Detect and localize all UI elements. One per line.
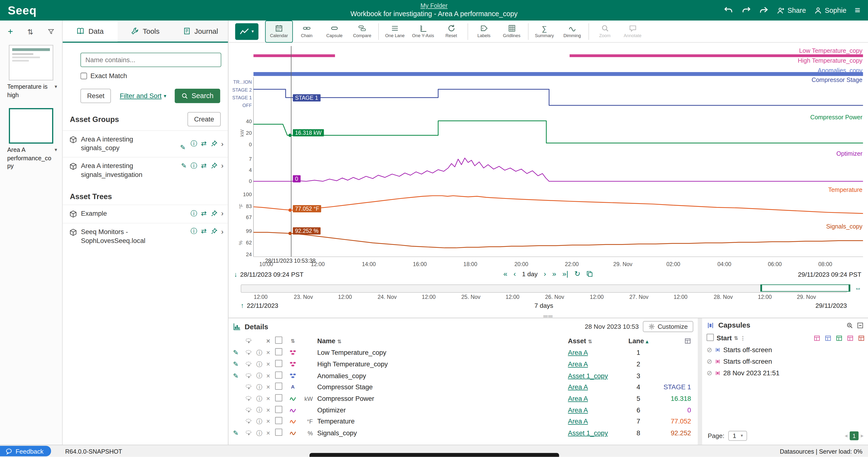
- filter-worksheets-icon[interactable]: [48, 28, 55, 35]
- row-name[interactable]: Signals_copy: [314, 429, 568, 437]
- edit-pencil-icon[interactable]: ✎: [233, 361, 245, 368]
- select-signal-icon[interactable]: [245, 338, 256, 345]
- tab-tools[interactable]: Tools: [118, 21, 173, 41]
- panel-divider[interactable]: [698, 318, 702, 445]
- row-checkbox[interactable]: [275, 429, 286, 437]
- remove-icon[interactable]: ×: [266, 384, 275, 391]
- timeline-start-arrow-icon[interactable]: ↑: [241, 302, 244, 309]
- table-column-icon[interactable]: [825, 335, 832, 341]
- table-column-icon[interactable]: [858, 335, 865, 341]
- search-input[interactable]: [81, 53, 221, 67]
- zoom-capsule-icon[interactable]: [846, 322, 853, 329]
- details-row-high-temperature[interactable]: ✎ ⓘ × High Temperature_copy Area A 2: [228, 359, 698, 370]
- lane-label-temperature[interactable]: Temperature: [828, 186, 863, 193]
- capsule-row-2[interactable]: ⊘ Starts off-screen: [702, 356, 868, 367]
- toolbar-dimming-button[interactable]: Dimming: [558, 20, 586, 42]
- chevron-right-icon[interactable]: ›: [221, 210, 223, 217]
- current-page[interactable]: 1: [850, 431, 859, 440]
- more-options-icon[interactable]: ⋮: [740, 336, 745, 341]
- select-signal-icon[interactable]: [245, 350, 256, 356]
- undo-icon[interactable]: [723, 5, 733, 15]
- range-duration[interactable]: 1 day: [522, 270, 538, 277]
- timeline-track[interactable]: [241, 285, 847, 293]
- forward-icon[interactable]: [759, 5, 769, 15]
- breadcrumb[interactable]: My Folder: [350, 2, 518, 10]
- remove-icon[interactable]: ×: [266, 407, 275, 414]
- chevron-right-icon[interactable]: ›: [221, 140, 223, 147]
- duplicate-range-icon[interactable]: [586, 270, 593, 277]
- next-page-icon[interactable]: ▸: [861, 433, 864, 439]
- timeline-end[interactable]: 29/11/2023: [815, 302, 847, 309]
- add-worksheet-icon[interactable]: +: [8, 27, 13, 36]
- select-signal-icon[interactable]: [245, 361, 256, 368]
- trend-chart[interactable]: Low Temperature_copy High Temperature_co…: [228, 43, 868, 271]
- table-column-icon[interactable]: [847, 335, 854, 341]
- view-selector-button[interactable]: ▾: [235, 23, 258, 39]
- asset-link[interactable]: Area A: [568, 406, 588, 414]
- lane-label-compressor-power[interactable]: Compressor Power: [810, 114, 863, 121]
- edit-pencil-icon[interactable]: ✎: [233, 430, 245, 436]
- pin-icon[interactable]: [211, 140, 217, 147]
- toolbar-labels-button[interactable]: Labels: [470, 20, 498, 42]
- lane-label-signals[interactable]: Signals_copy: [826, 223, 863, 230]
- edit-pencil-icon[interactable]: ✎: [233, 350, 245, 356]
- select-signal-icon[interactable]: [245, 430, 256, 436]
- row-name[interactable]: Compressor Power: [314, 395, 568, 402]
- timeline-duration[interactable]: 7 days: [534, 302, 553, 309]
- asset-link[interactable]: Area A: [568, 395, 588, 402]
- pin-icon[interactable]: [211, 228, 217, 235]
- swap-icon[interactable]: ⇄: [201, 228, 207, 235]
- row-checkbox[interactable]: [275, 360, 286, 369]
- remove-icon[interactable]: ×: [266, 361, 275, 368]
- asset-link[interactable]: Asset 1_copy: [568, 429, 608, 437]
- asset-tree-item-2[interactable]: Seeq Monitors - SophLovesSeeq.local ⓘ ⇄ …: [63, 223, 228, 250]
- timeline-start[interactable]: 22/11/2023: [247, 302, 278, 309]
- asset-link[interactable]: Area A: [568, 383, 588, 391]
- info-icon[interactable]: ⓘ: [190, 162, 197, 169]
- asset-link[interactable]: Area A: [568, 349, 588, 357]
- step-back-half-icon[interactable]: «: [503, 270, 507, 277]
- seeq-logo[interactable]: Seeq: [8, 4, 37, 17]
- edit-pencil-icon[interactable]: ✎: [233, 372, 245, 379]
- select-signal-icon[interactable]: [245, 418, 256, 425]
- info-icon[interactable]: ⓘ: [256, 419, 266, 425]
- timeline-handle-left[interactable]: [761, 285, 762, 292]
- lane-label-anomalies[interactable]: Anomalies_copy: [817, 67, 863, 74]
- row-name[interactable]: Optimizer: [314, 406, 568, 414]
- select-signal-icon[interactable]: [245, 372, 256, 379]
- remove-icon[interactable]: ×: [266, 372, 275, 379]
- value-column-icon[interactable]: [650, 338, 698, 345]
- asset-link[interactable]: Area A: [568, 418, 588, 425]
- display-range-start[interactable]: 28/11/2023 09:24 PST: [240, 271, 304, 278]
- asset-link[interactable]: Area A: [568, 360, 588, 368]
- chevron-down-icon[interactable]: ▾: [55, 146, 57, 153]
- info-icon[interactable]: ⓘ: [190, 228, 197, 235]
- info-icon[interactable]: ⓘ: [256, 384, 266, 390]
- remove-all-icon[interactable]: ×: [266, 338, 275, 345]
- lane-label-high-temperature[interactable]: High Temperature_copy: [798, 57, 863, 64]
- info-icon[interactable]: ⓘ: [256, 350, 266, 356]
- asset-column-header[interactable]: Asset ⇅: [568, 337, 627, 345]
- remove-icon[interactable]: ×: [266, 430, 275, 436]
- remove-icon[interactable]: ×: [266, 395, 275, 402]
- step-back-icon[interactable]: ‹: [514, 270, 516, 277]
- edit-pencil-icon[interactable]: ✎: [180, 135, 187, 152]
- tab-data[interactable]: Data: [63, 21, 118, 41]
- row-name[interactable]: Compressor Stage: [314, 383, 568, 391]
- asset-group-item-1[interactable]: Area A interesting signals_copy ✎ ⓘ ⇄ ›: [63, 130, 228, 157]
- select-all-capsules-checkbox[interactable]: [707, 334, 717, 343]
- chevron-down-icon[interactable]: ▾: [55, 83, 57, 90]
- details-row-anomalies[interactable]: ✎ ⓘ × Anomalies_copy Asset 1_copy 3: [228, 370, 698, 382]
- select-signal-icon[interactable]: [245, 384, 256, 391]
- share-button[interactable]: Share: [777, 6, 806, 14]
- toolbar-one-lane-button[interactable]: One Lane: [381, 20, 409, 42]
- info-icon[interactable]: ⓘ: [190, 210, 197, 217]
- collapse-panel-icon[interactable]: [857, 322, 864, 329]
- lane-column-header[interactable]: Lane ▴: [627, 337, 650, 345]
- swap-icon[interactable]: ⇄: [201, 162, 207, 169]
- timeline-handle-right[interactable]: [848, 285, 850, 292]
- sort-icon[interactable]: ⇅: [286, 338, 300, 344]
- swap-icon[interactable]: ⇄: [201, 140, 207, 147]
- start-column-header[interactable]: Start⇅⋮: [717, 334, 745, 342]
- info-icon[interactable]: ⓘ: [256, 361, 266, 367]
